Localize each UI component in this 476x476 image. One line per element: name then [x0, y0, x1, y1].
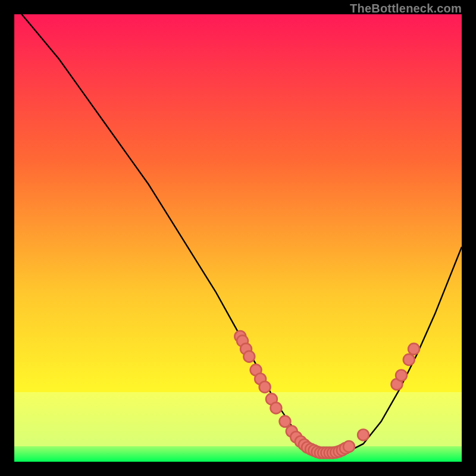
data-marker: [343, 441, 355, 452]
plot-area: [14, 14, 462, 462]
chart-container: TheBottleneck.com: [0, 0, 476, 476]
plot-svg: [14, 14, 462, 462]
watermark-text: TheBottleneck.com: [350, 2, 462, 15]
data-marker: [271, 402, 282, 414]
data-marker: [396, 369, 407, 381]
data-marker: [408, 343, 419, 355]
data-marker: [280, 416, 291, 427]
data-marker: [243, 351, 255, 362]
data-marker: [403, 354, 415, 365]
data-markers: [234, 331, 419, 458]
data-marker: [259, 381, 271, 393]
data-marker: [358, 429, 369, 440]
